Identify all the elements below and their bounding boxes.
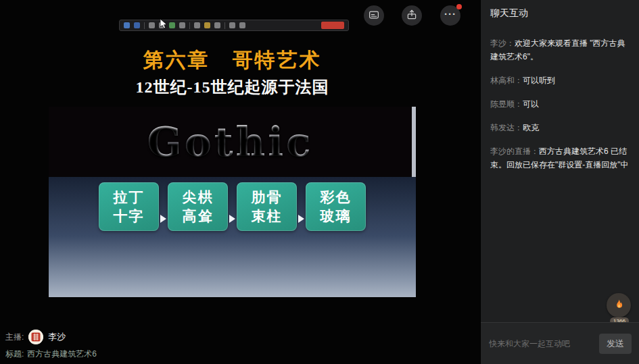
flow-box-line: 高耸: [168, 207, 228, 226]
captions-icon: [368, 9, 380, 23]
flow-box-line: 玻璃: [306, 207, 366, 226]
chat-message-author: 李沙的直播：: [490, 147, 539, 156]
flow-box-line: 尖栱: [168, 188, 228, 207]
more-button[interactable]: ···: [440, 5, 460, 26]
gothic-word: Gothic: [147, 118, 314, 165]
flow-box-line: 十字: [99, 207, 159, 226]
chat-message-author: 陈昱顺：: [490, 99, 523, 109]
stream-title-value: 西方古典建筑艺术6: [27, 348, 97, 360]
stage-footer: 主播: 李沙 标题: 西方古典建筑艺术6: [5, 329, 97, 360]
share-icon: [406, 9, 418, 23]
presenter-toolbar: [119, 20, 349, 31]
stream-title-label: 标题:: [5, 348, 24, 360]
chat-message: 韩发达：欧克: [490, 121, 631, 134]
arrow-right-icon: [160, 215, 166, 223]
toolbar-icon[interactable]: [214, 22, 220, 28]
toolbar-icon[interactable]: [124, 22, 130, 28]
host-row: 主播: 李沙: [5, 329, 97, 345]
arrow-right-icon: [298, 215, 304, 223]
stream-title-row: 标题: 西方古典建筑艺术6: [5, 348, 97, 360]
toolbar-icon[interactable]: [194, 22, 200, 28]
chat-message: 李沙的直播：西方古典建筑艺术6 已结束。回放已保存在"群设置-直播回放"中: [490, 145, 631, 172]
flow-box-line: 彩色: [306, 188, 366, 207]
host-avatar: [28, 330, 43, 344]
like-widget: 1366: [607, 293, 632, 321]
flow-box: 拉丁 十字: [99, 182, 159, 231]
more-icon: ···: [444, 9, 456, 23]
notification-dot: [456, 4, 462, 9]
share-button[interactable]: [402, 5, 422, 26]
chat-message-text: 可以: [523, 99, 539, 109]
toolbar-icon[interactable]: [204, 22, 210, 28]
toolbar-icon[interactable]: [134, 22, 140, 28]
like-button[interactable]: [607, 293, 631, 317]
chat-panel-title: 聊天互动: [481, 0, 639, 25]
chat-message: 李沙：欢迎大家来观看直播 "西方古典建筑艺术6"。: [490, 36, 631, 63]
chat-message-author: 李沙：: [490, 38, 515, 48]
live-stage: ··· 第六章 哥特艺术 12世纪-15世纪起源于法国 Gothic 拉丁 十字: [0, 0, 480, 364]
arrow-right-icon: [229, 215, 235, 223]
flow-box: 肋骨 束柱: [237, 182, 297, 231]
flow-box: 尖栱 高耸: [168, 182, 228, 231]
chat-message-author: 林高和：: [490, 76, 523, 85]
toolbar-icon[interactable]: [179, 22, 185, 28]
slide-title: 第六章 哥特艺术: [49, 47, 416, 73]
stop-presentation-button[interactable]: [321, 22, 344, 29]
toolbar-icon[interactable]: [149, 22, 155, 28]
gothic-banner: Gothic: [49, 107, 416, 177]
slide: 第六章 哥特艺术 12世纪-15世纪起源于法国 Gothic 拉丁 十字 尖栱 …: [49, 39, 416, 297]
chat-message-text: 欧克: [523, 123, 539, 132]
chat-message-text: 可以听到: [523, 76, 555, 85]
flow-box: 彩色 玻璃: [306, 182, 366, 231]
chat-message: 陈昱顺：可以: [490, 97, 631, 111]
chat-message: 林高和：可以听到: [490, 74, 631, 87]
captions-button[interactable]: [364, 5, 384, 26]
mouse-cursor: [160, 19, 168, 32]
flow-diagram: 拉丁 十字 尖栱 高耸 肋骨 束柱 彩色: [49, 182, 416, 231]
flow-box-line: 肋骨: [237, 188, 297, 207]
chat-message-author: 韩发达：: [490, 123, 523, 132]
chat-input-bar: 发送: [481, 322, 639, 364]
toolbar-icon[interactable]: [239, 22, 245, 28]
toolbar-separator: [189, 22, 190, 29]
flow-box-line: 束柱: [237, 207, 297, 226]
host-name: 李沙: [48, 331, 66, 343]
toolbar-icon[interactable]: [229, 22, 235, 28]
host-label: 主播:: [5, 332, 24, 343]
chat-panel: 聊天互动 李沙：欢迎大家来观看直播 "西方古典建筑艺术6"。 林高和：可以听到 …: [480, 0, 639, 364]
chat-input[interactable]: [489, 339, 594, 348]
app-window: ··· 第六章 哥特艺术 12世纪-15世纪起源于法国 Gothic 拉丁 十字: [0, 0, 639, 364]
toolbar-icon[interactable]: [169, 22, 175, 28]
toolbar-separator: [144, 22, 145, 29]
slide-subtitle: 12世纪-15世纪起源于法国: [49, 77, 416, 97]
slide-image: Gothic 拉丁 十字 尖栱 高耸 肋骨 束柱: [49, 107, 416, 297]
toolbar-separator: [224, 22, 225, 29]
flame-icon: [613, 298, 625, 313]
chat-message-list: 李沙：欢迎大家来观看直播 "西方古典建筑艺术6"。 林高和：可以听到 陈昱顺：可…: [490, 36, 631, 182]
flow-box-line: 拉丁: [99, 188, 159, 207]
send-button[interactable]: 发送: [599, 334, 632, 354]
